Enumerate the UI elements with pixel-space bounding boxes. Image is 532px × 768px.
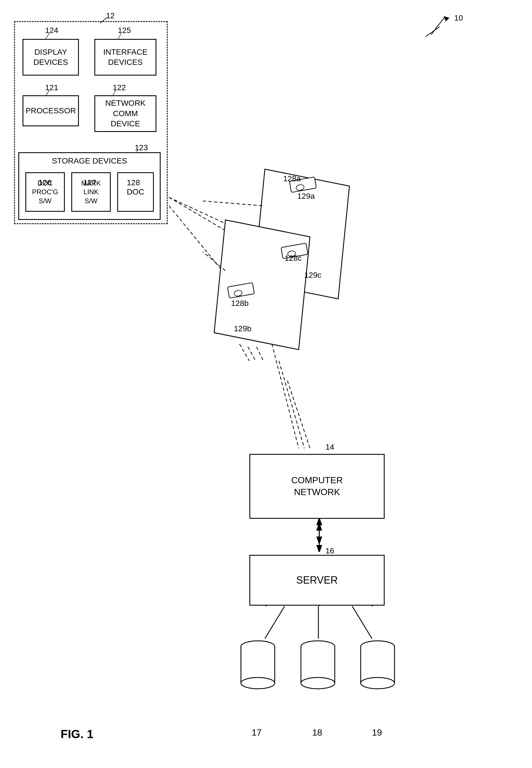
computer-network-label: COMPUTER NETWORK — [291, 475, 343, 498]
ref-126: 126 — [38, 178, 52, 187]
ref10-arrow-svg — [423, 14, 456, 42]
ref-12: 12 — [106, 11, 115, 20]
ref-128b: 128b — [231, 299, 249, 308]
figure-label: FIG. 1 — [61, 727, 94, 741]
svg-line-35 — [256, 347, 293, 361]
interface-devices-box: INTERFACE DEVICES — [94, 39, 156, 76]
storage-devices-label: STORAGE DEVICES — [19, 156, 160, 165]
ref-127: 127 — [83, 178, 96, 187]
svg-line-41 — [352, 606, 372, 639]
svg-line-13 — [279, 361, 304, 448]
svg-point-56 — [361, 678, 394, 689]
server-box: SERVER — [249, 555, 385, 606]
network-comm-device-label: NETWORK COMM DEVICE — [105, 98, 145, 129]
svg-line-14 — [287, 380, 310, 448]
ref-16: 16 — [325, 546, 334, 556]
server-label: SERVER — [296, 574, 338, 587]
interface-devices-label: INTERFACE DEVICES — [103, 47, 147, 68]
cylinder-17-svg — [238, 639, 278, 696]
ref-123: 123 — [135, 143, 148, 152]
svg-line-57 — [431, 16, 445, 35]
ref-128-storage: 128 — [127, 178, 140, 187]
ref-17: 17 — [252, 727, 262, 738]
ref-125: 125 — [118, 26, 131, 35]
svg-line-33 — [240, 344, 282, 361]
display-devices-box: DISPLAY DEVICES — [23, 39, 79, 76]
svg-line-39 — [265, 606, 285, 639]
display-devices-label: DISPLAY DEVICES — [34, 47, 68, 68]
svg-line-31 — [203, 197, 263, 206]
processor-label: PROCESSOR — [26, 106, 76, 116]
network-comm-device-box: NETWORK COMM DEVICE — [94, 95, 156, 132]
server-lines-svg — [248, 605, 389, 641]
ref-129b: 129b — [234, 324, 251, 333]
ref-121: 121 — [45, 83, 58, 92]
svg-point-51 — [301, 678, 335, 689]
cylinder-18-svg — [298, 639, 338, 696]
ref-124: 124 — [45, 26, 58, 35]
svg-marker-24 — [214, 220, 310, 349]
processor-box: PROCESSOR — [23, 95, 79, 126]
ref-122: 122 — [113, 83, 126, 92]
cylinder-19-svg — [358, 639, 397, 696]
diagram: 10 12 124 125 DISPLAY DEVICES INTERFACE … — [0, 0, 532, 768]
ref-14: 14 — [325, 443, 334, 452]
ref-18: 18 — [312, 727, 322, 738]
svg-point-46 — [241, 678, 275, 689]
svg-marker-58 — [444, 16, 449, 21]
ref-128c: 128c — [285, 254, 302, 263]
ref-19: 19 — [372, 727, 382, 738]
computer-network-box: COMPUTER NETWORK — [249, 454, 385, 519]
ref-129a: 129a — [297, 192, 315, 201]
ref-128a: 128a — [283, 174, 301, 183]
svg-line-34 — [248, 347, 287, 361]
doc-label: DOC — [127, 187, 144, 197]
ref-129c: 129c — [304, 271, 322, 280]
